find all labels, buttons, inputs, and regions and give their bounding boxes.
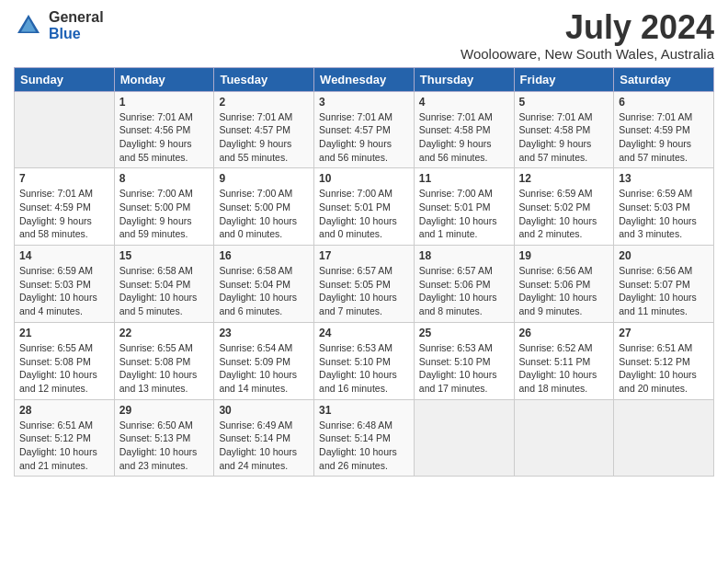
- logo-icon: [14, 11, 43, 40]
- day-info: Sunrise: 7:01 AM Sunset: 4:59 PM Dayligh…: [19, 187, 109, 241]
- calendar-cell: 15Sunrise: 6:58 AM Sunset: 5:04 PM Dayli…: [114, 246, 214, 323]
- calendar-cell: 20Sunrise: 6:56 AM Sunset: 5:07 PM Dayli…: [614, 246, 714, 323]
- calendar-cell: 28Sunrise: 6:51 AM Sunset: 5:12 PM Dayli…: [15, 399, 115, 477]
- day-info: Sunrise: 6:55 AM Sunset: 5:08 PM Dayligh…: [119, 341, 210, 396]
- month-year-title: July 2024: [461, 9, 714, 46]
- day-info: Sunrise: 7:01 AM Sunset: 4:58 PM Dayligh…: [419, 110, 509, 165]
- day-info: Sunrise: 6:58 AM Sunset: 5:04 PM Dayligh…: [119, 264, 210, 318]
- calendar-cell: [15, 91, 115, 168]
- day-info: Sunrise: 7:00 AM Sunset: 5:01 PM Dayligh…: [419, 187, 509, 241]
- day-info: Sunrise: 7:01 AM Sunset: 4:58 PM Dayligh…: [519, 110, 609, 165]
- day-info: Sunrise: 6:57 AM Sunset: 5:06 PM Dayligh…: [419, 264, 509, 318]
- day-info: Sunrise: 7:01 AM Sunset: 4:57 PM Dayligh…: [319, 110, 409, 165]
- calendar-cell: 5Sunrise: 7:01 AM Sunset: 4:58 PM Daylig…: [514, 91, 614, 168]
- title-block: July 2024 Woolooware, New South Wales, A…: [461, 9, 714, 62]
- day-number: 6: [619, 96, 709, 109]
- day-number: 17: [319, 249, 409, 262]
- day-number: 29: [119, 404, 210, 417]
- day-info: Sunrise: 6:48 AM Sunset: 5:14 PM Dayligh…: [319, 419, 409, 473]
- calendar-cell: 3Sunrise: 7:01 AM Sunset: 4:57 PM Daylig…: [314, 91, 415, 168]
- calendar-cell: 16Sunrise: 6:58 AM Sunset: 5:04 PM Dayli…: [214, 246, 314, 323]
- day-number: 5: [519, 96, 609, 109]
- day-number: 3: [319, 96, 409, 109]
- calendar-cell: 4Sunrise: 7:01 AM Sunset: 4:58 PM Daylig…: [414, 91, 514, 168]
- header-row: SundayMondayTuesdayWednesdayThursdayFrid…: [15, 67, 714, 91]
- day-info: Sunrise: 7:01 AM Sunset: 4:59 PM Dayligh…: [619, 110, 709, 165]
- day-number: 27: [619, 327, 709, 339]
- calendar-cell: 26Sunrise: 6:52 AM Sunset: 5:11 PM Dayli…: [514, 322, 614, 399]
- calendar-cell: 19Sunrise: 6:56 AM Sunset: 5:06 PM Dayli…: [514, 246, 614, 323]
- day-number: 7: [19, 172, 109, 185]
- day-number: 11: [419, 172, 509, 185]
- calendar-week-4: 21Sunrise: 6:55 AM Sunset: 5:08 PM Dayli…: [15, 322, 714, 399]
- logo: General Blue: [14, 9, 104, 41]
- day-number: 15: [119, 249, 210, 262]
- calendar-body: 1Sunrise: 7:01 AM Sunset: 4:56 PM Daylig…: [15, 91, 714, 477]
- day-number: 31: [319, 404, 409, 417]
- calendar-cell: 2Sunrise: 7:01 AM Sunset: 4:57 PM Daylig…: [214, 91, 314, 168]
- logo-text: General Blue: [49, 9, 104, 41]
- day-info: Sunrise: 6:53 AM Sunset: 5:10 PM Dayligh…: [319, 341, 409, 396]
- calendar-cell: 17Sunrise: 6:57 AM Sunset: 5:05 PM Dayli…: [314, 246, 415, 323]
- day-number: 13: [619, 172, 709, 185]
- calendar-cell: 14Sunrise: 6:59 AM Sunset: 5:03 PM Dayli…: [15, 246, 115, 323]
- day-number: 8: [119, 172, 210, 185]
- calendar-cell: 10Sunrise: 7:00 AM Sunset: 5:01 PM Dayli…: [314, 168, 415, 246]
- header-cell-sunday: Sunday: [15, 67, 115, 91]
- day-number: 1: [119, 96, 210, 109]
- day-info: Sunrise: 6:59 AM Sunset: 5:02 PM Dayligh…: [519, 187, 609, 241]
- day-number: 24: [319, 327, 409, 339]
- logo-blue-text: Blue: [49, 26, 104, 42]
- calendar-table: SundayMondayTuesdayWednesdayThursdayFrid…: [14, 67, 714, 477]
- day-info: Sunrise: 6:50 AM Sunset: 5:13 PM Dayligh…: [119, 419, 210, 473]
- calendar-week-3: 14Sunrise: 6:59 AM Sunset: 5:03 PM Dayli…: [15, 246, 714, 323]
- day-info: Sunrise: 6:58 AM Sunset: 5:04 PM Dayligh…: [219, 264, 309, 318]
- calendar-header: SundayMondayTuesdayWednesdayThursdayFrid…: [15, 67, 714, 91]
- day-info: Sunrise: 7:01 AM Sunset: 4:57 PM Dayligh…: [219, 110, 309, 165]
- logo-general-text: General: [49, 9, 104, 26]
- calendar-cell: 27Sunrise: 6:51 AM Sunset: 5:12 PM Dayli…: [614, 322, 714, 399]
- day-number: 25: [419, 327, 509, 339]
- day-number: 21: [19, 327, 109, 339]
- day-info: Sunrise: 6:54 AM Sunset: 5:09 PM Dayligh…: [219, 341, 309, 396]
- location-text: Woolooware, New South Wales, Australia: [461, 46, 714, 62]
- calendar-week-2: 7Sunrise: 7:01 AM Sunset: 4:59 PM Daylig…: [15, 168, 714, 246]
- calendar-cell: [514, 399, 614, 477]
- calendar-cell: 7Sunrise: 7:01 AM Sunset: 4:59 PM Daylig…: [15, 168, 115, 246]
- page-header: General Blue July 2024 Woolooware, New S…: [14, 9, 714, 62]
- calendar-cell: 6Sunrise: 7:01 AM Sunset: 4:59 PM Daylig…: [614, 91, 714, 168]
- day-number: 10: [319, 172, 409, 185]
- day-info: Sunrise: 7:00 AM Sunset: 5:00 PM Dayligh…: [119, 187, 210, 241]
- day-info: Sunrise: 7:00 AM Sunset: 5:01 PM Dayligh…: [319, 187, 409, 241]
- calendar-cell: 12Sunrise: 6:59 AM Sunset: 5:02 PM Dayli…: [514, 168, 614, 246]
- calendar-cell: 8Sunrise: 7:00 AM Sunset: 5:00 PM Daylig…: [114, 168, 214, 246]
- calendar-cell: 25Sunrise: 6:53 AM Sunset: 5:10 PM Dayli…: [414, 322, 514, 399]
- day-number: 23: [219, 327, 309, 339]
- calendar-cell: 22Sunrise: 6:55 AM Sunset: 5:08 PM Dayli…: [114, 322, 214, 399]
- day-info: Sunrise: 6:57 AM Sunset: 5:05 PM Dayligh…: [319, 264, 409, 318]
- header-cell-monday: Monday: [114, 67, 214, 91]
- calendar-cell: [614, 399, 714, 477]
- day-info: Sunrise: 6:55 AM Sunset: 5:08 PM Dayligh…: [19, 341, 109, 396]
- calendar-cell: 13Sunrise: 6:59 AM Sunset: 5:03 PM Dayli…: [614, 168, 714, 246]
- day-info: Sunrise: 6:56 AM Sunset: 5:07 PM Dayligh…: [619, 264, 709, 318]
- day-number: 16: [219, 249, 309, 262]
- day-info: Sunrise: 6:49 AM Sunset: 5:14 PM Dayligh…: [219, 419, 309, 473]
- day-number: 4: [419, 96, 509, 109]
- calendar-cell: 29Sunrise: 6:50 AM Sunset: 5:13 PM Dayli…: [114, 399, 214, 477]
- calendar-cell: 30Sunrise: 6:49 AM Sunset: 5:14 PM Dayli…: [214, 399, 314, 477]
- day-info: Sunrise: 6:59 AM Sunset: 5:03 PM Dayligh…: [19, 264, 109, 318]
- day-number: 12: [519, 172, 609, 185]
- calendar-cell: 11Sunrise: 7:00 AM Sunset: 5:01 PM Dayli…: [414, 168, 514, 246]
- calendar-cell: 9Sunrise: 7:00 AM Sunset: 5:00 PM Daylig…: [214, 168, 314, 246]
- calendar-week-1: 1Sunrise: 7:01 AM Sunset: 4:56 PM Daylig…: [15, 91, 714, 168]
- calendar-cell: 31Sunrise: 6:48 AM Sunset: 5:14 PM Dayli…: [314, 399, 415, 477]
- day-info: Sunrise: 6:53 AM Sunset: 5:10 PM Dayligh…: [419, 341, 509, 396]
- day-info: Sunrise: 7:01 AM Sunset: 4:56 PM Dayligh…: [119, 110, 210, 165]
- day-info: Sunrise: 6:51 AM Sunset: 5:12 PM Dayligh…: [19, 419, 109, 473]
- calendar-cell: 23Sunrise: 6:54 AM Sunset: 5:09 PM Dayli…: [214, 322, 314, 399]
- day-number: 14: [19, 249, 109, 262]
- header-cell-thursday: Thursday: [414, 67, 514, 91]
- header-cell-tuesday: Tuesday: [214, 67, 314, 91]
- calendar-cell: 24Sunrise: 6:53 AM Sunset: 5:10 PM Dayli…: [314, 322, 415, 399]
